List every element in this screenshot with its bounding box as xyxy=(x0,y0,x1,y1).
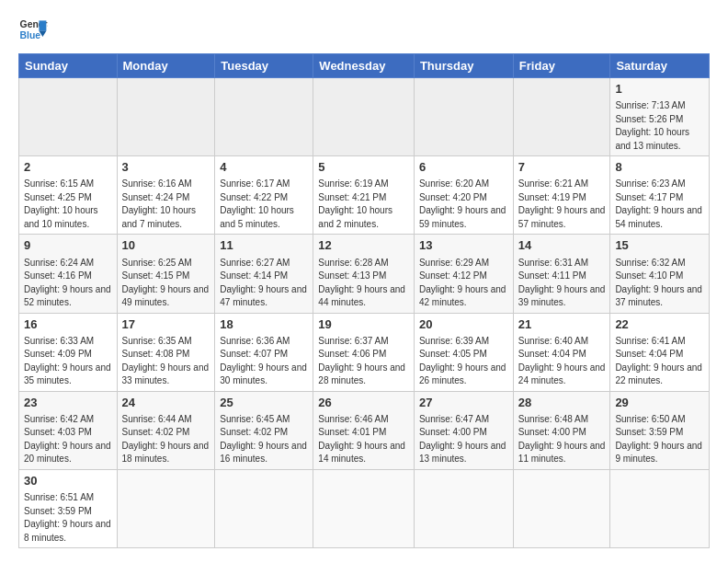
svg-text:Blue: Blue xyxy=(20,30,41,40)
calendar-cell: 11Sunrise: 6:27 AM Sunset: 4:14 PM Dayli… xyxy=(215,235,313,313)
day-number: 3 xyxy=(122,159,210,176)
day-number: 23 xyxy=(24,395,112,411)
weekday-header-row: SundayMondayTuesdayWednesdayThursdayFrid… xyxy=(19,54,710,78)
calendar-cell xyxy=(313,469,415,547)
calendar-cell: 27Sunrise: 6:47 AM Sunset: 4:00 PM Dayli… xyxy=(414,391,513,469)
calendar-week-row: 2Sunrise: 6:15 AM Sunset: 4:25 PM Daylig… xyxy=(19,156,710,235)
day-number: 5 xyxy=(318,159,409,176)
logo: General Blue xyxy=(18,15,48,44)
day-info: Sunrise: 6:40 AM Sunset: 4:04 PM Dayligh… xyxy=(518,335,606,388)
calendar-cell xyxy=(513,78,610,156)
day-info: Sunrise: 6:33 AM Sunset: 4:09 PM Dayligh… xyxy=(24,335,112,388)
calendar-cell: 26Sunrise: 6:46 AM Sunset: 4:01 PM Dayli… xyxy=(313,391,415,469)
day-number: 12 xyxy=(318,237,409,254)
day-number: 22 xyxy=(615,316,704,333)
day-number: 11 xyxy=(220,237,308,254)
day-info: Sunrise: 6:19 AM Sunset: 4:21 PM Dayligh… xyxy=(318,178,409,231)
day-info: Sunrise: 6:20 AM Sunset: 4:20 PM Dayligh… xyxy=(419,178,508,231)
day-number: 2 xyxy=(24,159,112,176)
day-info: Sunrise: 6:32 AM Sunset: 4:10 PM Dayligh… xyxy=(615,257,704,310)
day-info: Sunrise: 6:50 AM Sunset: 3:59 PM Dayligh… xyxy=(615,413,704,466)
calendar-table: SundayMondayTuesdayWednesdayThursdayFrid… xyxy=(18,53,710,548)
day-number: 4 xyxy=(220,159,308,176)
weekday-header-wednesday: Wednesday xyxy=(313,54,415,78)
calendar-cell: 29Sunrise: 6:50 AM Sunset: 3:59 PM Dayli… xyxy=(610,391,710,469)
day-number: 9 xyxy=(24,237,112,254)
calendar-week-row: 16Sunrise: 6:33 AM Sunset: 4:09 PM Dayli… xyxy=(19,313,710,391)
day-info: Sunrise: 6:31 AM Sunset: 4:11 PM Dayligh… xyxy=(518,257,606,310)
day-number: 8 xyxy=(615,159,704,176)
day-number: 14 xyxy=(518,237,606,254)
calendar-cell: 4Sunrise: 6:17 AM Sunset: 4:22 PM Daylig… xyxy=(215,156,313,235)
calendar-cell: 8Sunrise: 6:23 AM Sunset: 4:17 PM Daylig… xyxy=(610,156,710,235)
day-info: Sunrise: 6:28 AM Sunset: 4:13 PM Dayligh… xyxy=(318,257,409,310)
day-number: 7 xyxy=(518,159,606,176)
weekday-header-tuesday: Tuesday xyxy=(215,54,313,78)
weekday-header-thursday: Thursday xyxy=(414,54,513,78)
calendar-cell: 23Sunrise: 6:42 AM Sunset: 4:03 PM Dayli… xyxy=(19,391,118,469)
calendar-cell xyxy=(313,78,415,156)
calendar-week-row: 30Sunrise: 6:51 AM Sunset: 3:59 PM Dayli… xyxy=(19,469,710,547)
day-info: Sunrise: 6:35 AM Sunset: 4:08 PM Dayligh… xyxy=(122,335,210,388)
calendar-cell: 19Sunrise: 6:37 AM Sunset: 4:06 PM Dayli… xyxy=(313,313,415,391)
header: General Blue xyxy=(18,15,710,44)
calendar-cell: 18Sunrise: 6:36 AM Sunset: 4:07 PM Dayli… xyxy=(215,313,313,391)
day-number: 15 xyxy=(615,237,704,254)
calendar-cell: 9Sunrise: 6:24 AM Sunset: 4:16 PM Daylig… xyxy=(19,235,118,313)
day-info: Sunrise: 6:51 AM Sunset: 3:59 PM Dayligh… xyxy=(24,491,112,545)
day-number: 10 xyxy=(122,237,210,254)
day-number: 13 xyxy=(419,237,508,254)
calendar-cell xyxy=(414,78,513,156)
calendar-cell: 14Sunrise: 6:31 AM Sunset: 4:11 PM Dayli… xyxy=(513,235,610,313)
calendar-cell: 30Sunrise: 6:51 AM Sunset: 3:59 PM Dayli… xyxy=(19,469,118,547)
weekday-header-saturday: Saturday xyxy=(610,54,710,78)
calendar-cell: 16Sunrise: 6:33 AM Sunset: 4:09 PM Dayli… xyxy=(19,313,118,391)
day-number: 17 xyxy=(122,316,210,333)
day-number: 29 xyxy=(615,395,704,411)
calendar-cell: 20Sunrise: 6:39 AM Sunset: 4:05 PM Dayli… xyxy=(414,313,513,391)
day-number: 26 xyxy=(318,395,409,411)
calendar-cell: 24Sunrise: 6:44 AM Sunset: 4:02 PM Dayli… xyxy=(117,391,215,469)
calendar-cell xyxy=(610,469,710,547)
calendar-cell: 25Sunrise: 6:45 AM Sunset: 4:02 PM Dayli… xyxy=(215,391,313,469)
calendar-cell: 7Sunrise: 6:21 AM Sunset: 4:19 PM Daylig… xyxy=(513,156,610,235)
calendar-cell: 12Sunrise: 6:28 AM Sunset: 4:13 PM Dayli… xyxy=(313,235,415,313)
day-info: Sunrise: 6:36 AM Sunset: 4:07 PM Dayligh… xyxy=(220,335,308,388)
calendar-week-row: 9Sunrise: 6:24 AM Sunset: 4:16 PM Daylig… xyxy=(19,235,710,313)
day-info: Sunrise: 6:48 AM Sunset: 4:00 PM Dayligh… xyxy=(518,413,606,466)
day-info: Sunrise: 6:25 AM Sunset: 4:15 PM Dayligh… xyxy=(122,257,210,310)
day-info: Sunrise: 6:16 AM Sunset: 4:24 PM Dayligh… xyxy=(122,178,210,231)
day-info: Sunrise: 7:13 AM Sunset: 5:26 PM Dayligh… xyxy=(615,99,704,153)
day-number: 18 xyxy=(220,316,308,333)
svg-marker-2 xyxy=(39,20,46,30)
day-info: Sunrise: 6:39 AM Sunset: 4:05 PM Dayligh… xyxy=(419,335,508,388)
calendar-week-row: 1Sunrise: 7:13 AM Sunset: 5:26 PM Daylig… xyxy=(19,78,710,156)
day-number: 30 xyxy=(24,473,112,489)
calendar-cell xyxy=(19,78,118,156)
day-number: 16 xyxy=(24,316,112,333)
day-info: Sunrise: 6:44 AM Sunset: 4:02 PM Dayligh… xyxy=(122,413,210,466)
calendar-cell xyxy=(513,469,610,547)
day-info: Sunrise: 6:21 AM Sunset: 4:19 PM Dayligh… xyxy=(518,178,606,231)
day-number: 25 xyxy=(220,395,308,411)
day-info: Sunrise: 6:45 AM Sunset: 4:02 PM Dayligh… xyxy=(220,413,308,466)
day-number: 1 xyxy=(615,81,704,98)
calendar-cell xyxy=(414,469,513,547)
calendar-cell: 3Sunrise: 6:16 AM Sunset: 4:24 PM Daylig… xyxy=(117,156,215,235)
day-info: Sunrise: 6:15 AM Sunset: 4:25 PM Dayligh… xyxy=(24,178,112,231)
day-number: 20 xyxy=(419,316,508,333)
calendar-cell: 10Sunrise: 6:25 AM Sunset: 4:15 PM Dayli… xyxy=(117,235,215,313)
calendar-cell xyxy=(215,469,313,547)
calendar-cell: 2Sunrise: 6:15 AM Sunset: 4:25 PM Daylig… xyxy=(19,156,118,235)
day-info: Sunrise: 6:27 AM Sunset: 4:14 PM Dayligh… xyxy=(220,257,308,310)
day-number: 28 xyxy=(518,395,606,411)
calendar-cell: 22Sunrise: 6:41 AM Sunset: 4:04 PM Dayli… xyxy=(610,313,710,391)
calendar-week-row: 23Sunrise: 6:42 AM Sunset: 4:03 PM Dayli… xyxy=(19,391,710,469)
day-info: Sunrise: 6:17 AM Sunset: 4:22 PM Dayligh… xyxy=(220,178,308,231)
day-number: 27 xyxy=(419,395,508,411)
calendar-cell: 5Sunrise: 6:19 AM Sunset: 4:21 PM Daylig… xyxy=(313,156,415,235)
page: General Blue SundayMondayTuesdayWednesda… xyxy=(0,0,728,563)
day-number: 21 xyxy=(518,316,606,333)
day-info: Sunrise: 6:42 AM Sunset: 4:03 PM Dayligh… xyxy=(24,413,112,466)
calendar-cell: 21Sunrise: 6:40 AM Sunset: 4:04 PM Dayli… xyxy=(513,313,610,391)
